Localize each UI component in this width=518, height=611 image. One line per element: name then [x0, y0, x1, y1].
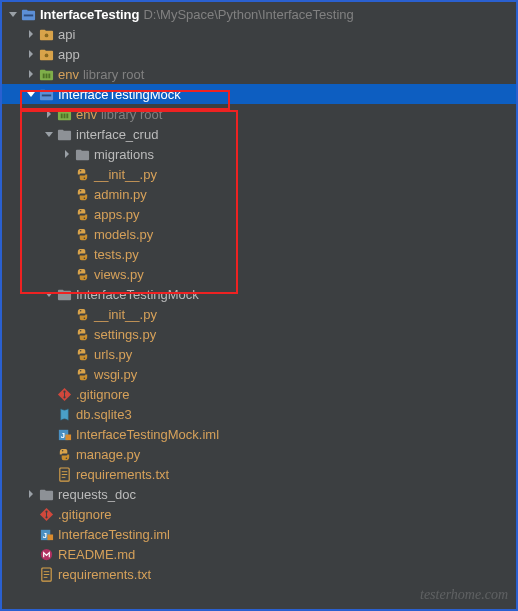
tree-row[interactable]: __init__.py — [2, 304, 516, 324]
tree-row[interactable]: manage.py — [2, 444, 516, 464]
py-icon — [74, 166, 90, 182]
chevron-down-icon[interactable] — [44, 289, 54, 299]
tree-row[interactable]: envlibrary root — [2, 104, 516, 124]
svg-rect-18 — [57, 109, 63, 112]
chevron-right-icon[interactable] — [44, 109, 54, 119]
svg-point-47 — [83, 377, 85, 379]
svg-point-30 — [79, 210, 81, 212]
tree-row[interactable]: api — [2, 24, 516, 44]
tree-row[interactable]: InterfaceTestingMock — [2, 84, 516, 104]
svg-point-28 — [79, 190, 81, 192]
pkg-y-icon — [38, 26, 54, 42]
tree-item-label: models.py — [94, 227, 153, 242]
py-icon — [74, 266, 90, 282]
svg-rect-2 — [23, 14, 32, 16]
tree-item-label: requirements.txt — [58, 567, 151, 582]
pkg-y-icon — [38, 46, 54, 62]
tree-item-label: app — [58, 47, 80, 62]
folder-icon — [56, 286, 72, 302]
tree-row[interactable]: JInterfaceTestingMock.iml — [2, 424, 516, 444]
svg-point-31 — [83, 217, 85, 219]
tree-item-label: admin.py — [94, 187, 147, 202]
tree-row[interactable]: urls.py — [2, 344, 516, 364]
tree-row[interactable]: views.py — [2, 264, 516, 284]
py-icon — [74, 306, 90, 322]
tree-row[interactable]: migrations — [2, 144, 516, 164]
proj-icon — [20, 6, 36, 22]
tree-item-label: interface_crud — [76, 127, 158, 142]
tree-item-label: InterfaceTesting.iml — [58, 527, 170, 542]
svg-point-44 — [79, 350, 81, 352]
tree-row[interactable]: tests.py — [2, 244, 516, 264]
svg-rect-10 — [39, 69, 45, 72]
svg-rect-16 — [41, 94, 50, 96]
tree-item-label: wsgi.py — [94, 367, 137, 382]
tree-row[interactable]: .gitignore — [2, 384, 516, 404]
svg-text:J: J — [42, 531, 46, 540]
chevron-down-icon[interactable] — [26, 89, 36, 99]
git-icon — [38, 506, 54, 522]
tree-row[interactable]: db.sqlite3 — [2, 404, 516, 424]
tree-row[interactable]: envlibrary root — [2, 64, 516, 84]
chevron-right-icon[interactable] — [62, 149, 72, 159]
svg-rect-53 — [65, 434, 71, 440]
tree-item-extra: library root — [83, 67, 144, 82]
svg-rect-21 — [66, 113, 68, 118]
tree-row[interactable]: InterfaceTestingMock — [2, 284, 516, 304]
iml-icon: J — [38, 526, 54, 542]
svg-rect-1 — [21, 9, 27, 12]
tree-item-label: api — [58, 27, 75, 42]
svg-rect-39 — [57, 289, 63, 292]
tree-row[interactable]: requirements.txt — [2, 564, 516, 584]
svg-point-55 — [65, 457, 67, 459]
tree-item-label: .gitignore — [76, 387, 129, 402]
folder-icon — [38, 486, 54, 502]
svg-rect-19 — [60, 113, 62, 118]
svg-rect-11 — [42, 73, 44, 78]
svg-point-33 — [83, 237, 85, 239]
tree-row[interactable]: README.md — [2, 544, 516, 564]
svg-rect-23 — [57, 129, 63, 132]
svg-point-35 — [83, 257, 85, 259]
proj-icon — [38, 86, 54, 102]
folder-icon — [74, 146, 90, 162]
project-tree: InterfaceTestingD:\MySpace\Python\Interf… — [2, 2, 516, 584]
tree-row[interactable]: interface_crud — [2, 124, 516, 144]
svg-rect-15 — [39, 89, 45, 92]
svg-point-26 — [79, 170, 81, 172]
folder-icon — [56, 126, 72, 142]
py-icon — [74, 246, 90, 262]
tree-row[interactable]: InterfaceTestingD:\MySpace\Python\Interf… — [2, 4, 516, 24]
tree-row[interactable]: JInterfaceTesting.iml — [2, 524, 516, 544]
tree-row[interactable]: requests_doc — [2, 484, 516, 504]
txt-icon — [56, 466, 72, 482]
tree-row[interactable]: app — [2, 44, 516, 64]
svg-point-27 — [83, 177, 85, 179]
chevron-right-icon[interactable] — [26, 489, 36, 499]
py-icon — [74, 326, 90, 342]
tree-item-label: tests.py — [94, 247, 139, 262]
tree-row[interactable]: __init__.py — [2, 164, 516, 184]
chevron-down-icon[interactable] — [8, 9, 18, 19]
chevron-right-icon[interactable] — [26, 69, 36, 79]
tree-row[interactable]: .gitignore — [2, 504, 516, 524]
py-icon — [56, 446, 72, 462]
tree-row[interactable]: wsgi.py — [2, 364, 516, 384]
tree-row[interactable]: models.py — [2, 224, 516, 244]
tree-row[interactable]: settings.py — [2, 324, 516, 344]
tree-row[interactable]: requirements.txt — [2, 464, 516, 484]
chevron-right-icon[interactable] — [26, 49, 36, 59]
chevron-right-icon[interactable] — [26, 29, 36, 39]
svg-point-29 — [83, 197, 85, 199]
chevron-down-icon[interactable] — [44, 129, 54, 139]
svg-rect-13 — [48, 73, 50, 78]
tree-row[interactable]: apps.py — [2, 204, 516, 224]
tree-item-label: InterfaceTestingMock — [58, 87, 181, 102]
tree-row[interactable]: admin.py — [2, 184, 516, 204]
md-icon — [38, 546, 54, 562]
tree-item-label: .gitignore — [58, 507, 111, 522]
tree-item-label: settings.py — [94, 327, 156, 342]
txt-icon — [38, 566, 54, 582]
tree-item-label: apps.py — [94, 207, 140, 222]
lib-icon — [38, 66, 54, 82]
